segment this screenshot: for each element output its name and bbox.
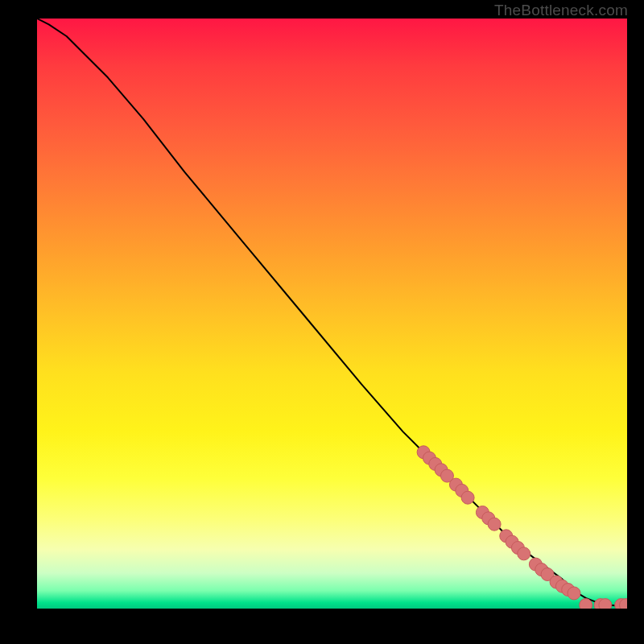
- line-series: [37, 19, 627, 605]
- curve-path: [37, 19, 627, 605]
- plot-area: [37, 19, 627, 609]
- marker-series: [417, 446, 627, 609]
- data-marker: [461, 491, 474, 504]
- data-marker: [488, 518, 501, 530]
- data-marker: [518, 547, 530, 560]
- chart-frame: TheBottleneck.com: [0, 0, 644, 644]
- watermark-text: TheBottleneck.com: [494, 2, 628, 19]
- data-marker: [568, 587, 580, 600]
- data-marker: [599, 599, 612, 609]
- chart-svg: [37, 19, 627, 609]
- data-marker: [580, 599, 592, 609]
